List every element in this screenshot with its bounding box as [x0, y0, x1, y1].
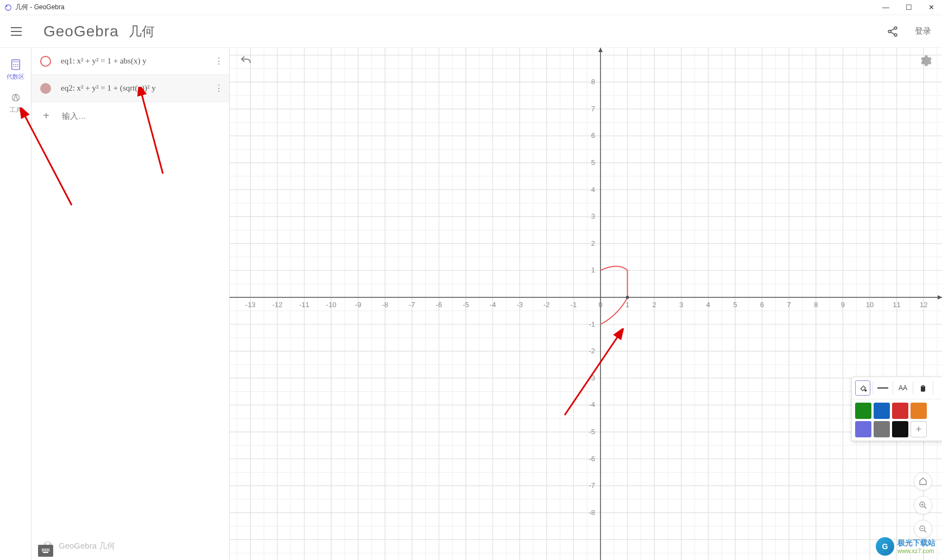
line-style-tool[interactable]: [875, 380, 890, 396]
color-add-button[interactable]: +: [911, 421, 927, 437]
color-swatch-purple[interactable]: [855, 421, 871, 437]
svg-text:-8: -8: [589, 508, 595, 517]
svg-rect-29: [47, 550, 48, 551]
svg-text:-9: -9: [355, 301, 362, 309]
zoom-out-icon: [919, 525, 927, 533]
svg-text:-11: -11: [299, 301, 309, 309]
svg-text:8: 8: [814, 301, 818, 309]
svg-text:3: 3: [591, 212, 595, 220]
calculator-icon: [10, 59, 22, 71]
svg-point-11: [17, 64, 18, 65]
svg-text:9: 9: [841, 301, 845, 309]
svg-text:-10: -10: [326, 301, 337, 309]
graph-view[interactable]: -13-12-11-10-9-8-7-6-5-4-3-2-10123456789…: [230, 48, 942, 560]
app-header: GeoGebra 几何 登录: [0, 15, 942, 48]
graph-canvas[interactable]: -13-12-11-10-9-8-7-6-5-4-3-2-10123456789…: [230, 48, 942, 560]
svg-text:-8: -8: [382, 301, 388, 309]
gear-icon: [919, 54, 932, 67]
share-icon[interactable]: [887, 26, 899, 37]
svg-text:6: 6: [591, 131, 595, 139]
color-swatch-black[interactable]: [892, 421, 908, 437]
equation-expression[interactable]: eq1: x² + y² = 1 + abs(x) y: [61, 56, 207, 66]
svg-line-6: [890, 31, 894, 34]
svg-text:-5: -5: [463, 301, 469, 309]
svg-text:-6: -6: [436, 301, 442, 309]
svg-rect-24: [47, 549, 48, 550]
svg-text:3: 3: [679, 301, 683, 309]
login-button[interactable]: 登录: [915, 26, 931, 36]
svg-text:1: 1: [625, 301, 629, 309]
equation-visibility-toggle[interactable]: [40, 56, 51, 67]
equation-expression[interactable]: eq2: x² + y² = 1 + (sqrt(x))² y: [61, 84, 207, 93]
svg-text:7: 7: [787, 301, 791, 309]
svg-rect-31: [43, 552, 48, 553]
line-icon: [877, 386, 888, 390]
object-style-popup: AA ⋮ +: [851, 377, 942, 441]
svg-text:4: 4: [591, 186, 595, 194]
svg-text:2: 2: [653, 301, 656, 309]
add-equation-button[interactable]: +: [39, 109, 53, 123]
svg-text:12: 12: [920, 301, 927, 309]
window-maximize[interactable]: ☐: [902, 3, 915, 11]
svg-point-12: [13, 66, 14, 67]
color-swatch-green[interactable]: [855, 403, 871, 419]
svg-rect-28: [45, 550, 46, 551]
svg-line-214: [924, 506, 926, 508]
sidebar-item-label: 代数区: [7, 73, 24, 81]
fill-color-tool[interactable]: [855, 380, 870, 396]
mini-sidebar: 代数区 工具: [0, 48, 31, 560]
graph-zoom-in-button[interactable]: [914, 496, 932, 514]
svg-text:2: 2: [591, 239, 595, 247]
svg-point-13: [15, 66, 16, 67]
equation-row[interactable]: eq2: x² + y² = 1 + (sqrt(x))² y ⋮: [31, 75, 229, 102]
graph-nav-controls: [914, 472, 932, 538]
app-icon: [4, 4, 12, 11]
style-more-menu[interactable]: ⋮: [935, 380, 942, 396]
paint-bucket-icon: [858, 383, 868, 393]
keyboard-toggle-button[interactable]: [38, 545, 53, 557]
color-swatch-red[interactable]: [892, 403, 908, 419]
undo-button[interactable]: [239, 54, 252, 69]
svg-text:4: 4: [706, 301, 710, 309]
zoom-in-icon: [919, 501, 927, 510]
sidebar-item-tools[interactable]: 工具: [10, 92, 22, 114]
home-icon: [919, 477, 927, 486]
equation-input[interactable]: [62, 111, 225, 120]
color-swatch-orange[interactable]: [911, 403, 927, 419]
window-close[interactable]: ✕: [925, 3, 938, 11]
svg-point-10: [15, 64, 16, 65]
svg-rect-25: [48, 549, 49, 550]
keyboard-icon: [41, 548, 50, 554]
color-swatch-blue[interactable]: [874, 403, 890, 419]
svg-point-1: [6, 5, 8, 7]
sidebar-item-algebra[interactable]: 代数区: [7, 59, 24, 81]
delete-object-tool[interactable]: [915, 380, 931, 396]
svg-point-0: [5, 4, 11, 10]
app-body: 代数区 工具 eq1: x² + y² = 1 + abs(x) y ⋮ eq2…: [0, 48, 942, 560]
window-minimize[interactable]: —: [879, 3, 893, 11]
color-palette: +: [852, 399, 942, 441]
svg-text:-1: -1: [589, 320, 595, 328]
svg-rect-21: [42, 549, 43, 550]
equation-menu-icon[interactable]: ⋮: [212, 85, 225, 92]
label-style-tool[interactable]: AA: [895, 380, 911, 396]
graph-home-button[interactable]: [914, 472, 932, 491]
equation-row[interactable]: eq1: x² + y² = 1 + abs(x) y ⋮: [31, 48, 229, 75]
text-style-label: AA: [899, 384, 907, 392]
svg-rect-26: [42, 550, 43, 551]
algebra-footer-text: GeoGebra 几何: [59, 541, 115, 551]
svg-rect-27: [43, 550, 45, 551]
hamburger-menu[interactable]: [11, 27, 22, 36]
undo-icon: [239, 54, 252, 67]
watermark-line2: www.xz7.com: [897, 548, 935, 554]
app-mode-title: 几何: [129, 23, 155, 40]
equation-menu-icon[interactable]: ⋮: [212, 58, 225, 65]
svg-text:-1: -1: [571, 301, 577, 309]
graph-zoom-out-button[interactable]: [914, 520, 932, 538]
equation-visibility-toggle[interactable]: [40, 83, 51, 94]
graph-settings-button[interactable]: [919, 54, 932, 69]
svg-text:-4: -4: [490, 301, 496, 309]
color-swatch-gray[interactable]: [874, 421, 890, 437]
svg-text:-12: -12: [272, 301, 282, 309]
trash-icon: [919, 383, 927, 393]
